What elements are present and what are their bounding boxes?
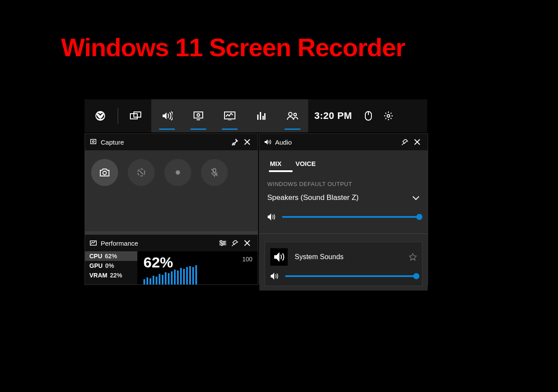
svg-point-23 bbox=[220, 240, 222, 242]
audio-header-icon bbox=[264, 139, 272, 145]
svg-point-11 bbox=[294, 113, 296, 116]
performance-chart: 62% 100 bbox=[137, 251, 258, 284]
performance-panel: Performance CPU 62% GPU 0% bbox=[85, 234, 258, 285]
perf-row-cpu[interactable]: CPU 62% bbox=[85, 251, 137, 261]
active-widget-group bbox=[151, 99, 308, 132]
metric-label: CPU bbox=[89, 253, 102, 260]
performance-widget-icon[interactable] bbox=[214, 99, 245, 132]
resources-widget-icon[interactable] bbox=[245, 99, 277, 132]
app-name-label: System Sounds bbox=[295, 253, 402, 261]
metric-value: 62% bbox=[105, 253, 117, 260]
svg-rect-9 bbox=[264, 113, 265, 120]
svg-point-10 bbox=[289, 112, 292, 116]
record-last-button[interactable] bbox=[128, 159, 155, 186]
perf-row-gpu[interactable]: GPU 0% bbox=[85, 261, 137, 270]
output-section-label: WINDOWS DEFAULT OUTPUT bbox=[267, 181, 420, 187]
metric-label: VRAM bbox=[89, 272, 107, 279]
capture-title: Capture bbox=[101, 139, 124, 146]
divider bbox=[118, 108, 118, 124]
active-underline bbox=[159, 128, 175, 130]
metric-value: 22% bbox=[110, 272, 122, 279]
app-volume-slider[interactable] bbox=[285, 275, 417, 277]
chart-bars bbox=[143, 265, 197, 284]
close-icon[interactable] bbox=[241, 136, 253, 148]
xbox-icon[interactable] bbox=[85, 99, 116, 132]
svg-rect-7 bbox=[260, 112, 261, 120]
chart-axis-max: 100 bbox=[242, 256, 252, 263]
perf-row-vram[interactable]: VRAM 22% bbox=[85, 270, 137, 280]
close-icon[interactable] bbox=[411, 136, 423, 148]
metric-value: 0% bbox=[105, 262, 114, 269]
speaker-icon[interactable] bbox=[267, 213, 276, 220]
svg-rect-6 bbox=[257, 115, 259, 120]
start-recording-button[interactable] bbox=[164, 159, 191, 186]
xbox-social-icon[interactable] bbox=[277, 99, 308, 132]
audio-title: Audio bbox=[275, 139, 292, 146]
options-icon[interactable] bbox=[217, 237, 229, 249]
audio-header: Audio bbox=[259, 134, 428, 150]
output-device-dropdown[interactable]: Speakers (Sound Blaster Z) bbox=[267, 193, 420, 202]
svg-point-24 bbox=[223, 242, 225, 244]
pin-icon[interactable] bbox=[229, 136, 241, 148]
capture-body bbox=[85, 150, 258, 231]
svg-rect-15 bbox=[91, 139, 96, 144]
svg-point-25 bbox=[221, 244, 223, 246]
performance-body: CPU 62% GPU 0% VRAM 22% 62% 100 bbox=[85, 251, 258, 284]
tab-mix[interactable]: MIX bbox=[270, 160, 282, 167]
chevron-down-icon bbox=[412, 195, 420, 200]
device-name: Speakers (Sound Blaster Z) bbox=[267, 193, 359, 202]
capture-header: Capture bbox=[85, 134, 258, 150]
master-volume-row bbox=[267, 213, 420, 220]
gamebar-toolbar: 3:20 PM bbox=[85, 99, 427, 132]
screenshot-button[interactable] bbox=[91, 159, 118, 186]
performance-metrics-list: CPU 62% GPU 0% VRAM 22% bbox=[85, 251, 137, 284]
divider bbox=[259, 233, 428, 234]
mouse-icon[interactable] bbox=[358, 99, 378, 132]
svg-point-14 bbox=[387, 115, 390, 117]
active-underline bbox=[222, 128, 238, 130]
audio-tabs: MIX VOICE bbox=[259, 150, 428, 172]
audio-panel: Audio MIX VOICE WINDOWS DEFAULT OUTPUT S… bbox=[259, 133, 428, 285]
svg-rect-3 bbox=[194, 112, 203, 118]
performance-header-icon bbox=[89, 240, 97, 246]
metric-label: GPU bbox=[89, 262, 102, 269]
system-sounds-icon bbox=[270, 248, 288, 266]
page-title: Windows 11 Screen Recorder bbox=[61, 33, 405, 62]
tab-voice[interactable]: VOICE bbox=[296, 160, 316, 167]
favorite-star-icon[interactable] bbox=[409, 253, 417, 261]
performance-header: Performance bbox=[85, 235, 258, 251]
mic-toggle-button[interactable] bbox=[201, 159, 228, 186]
app-volume-row bbox=[270, 273, 417, 280]
svg-point-4 bbox=[197, 114, 200, 116]
svg-point-17 bbox=[103, 171, 106, 175]
capture-header-icon bbox=[89, 139, 97, 145]
app-volume-block: System Sounds bbox=[265, 242, 422, 286]
capture-panel: Capture bbox=[85, 133, 258, 234]
clock: 3:20 PM bbox=[308, 110, 358, 122]
master-volume-slider[interactable] bbox=[282, 216, 420, 218]
settings-icon[interactable] bbox=[378, 99, 398, 132]
capture-widget-icon[interactable] bbox=[183, 99, 214, 132]
tab-active-underline bbox=[269, 170, 293, 172]
svg-point-16 bbox=[92, 141, 94, 142]
pin-icon[interactable] bbox=[399, 136, 411, 148]
performance-title: Performance bbox=[101, 240, 138, 247]
close-icon[interactable] bbox=[241, 237, 253, 249]
audio-body: WINDOWS DEFAULT OUTPUT Speakers (Sound B… bbox=[259, 172, 428, 291]
active-underline bbox=[285, 128, 300, 130]
active-underline bbox=[191, 128, 206, 130]
svg-rect-8 bbox=[262, 116, 264, 120]
audio-widget-icon[interactable] bbox=[151, 99, 183, 132]
svg-point-19 bbox=[176, 170, 180, 175]
speaker-icon[interactable] bbox=[270, 273, 279, 280]
pin-icon[interactable] bbox=[229, 237, 241, 249]
widgets-icon[interactable] bbox=[120, 99, 151, 132]
